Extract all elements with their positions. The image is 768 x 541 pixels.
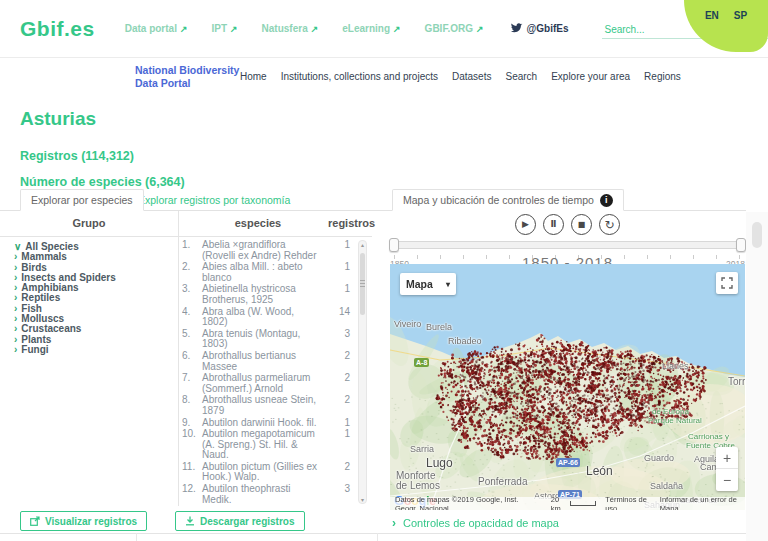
species-name[interactable]: Abra alba (W. Wood, 1802) — [202, 307, 324, 328]
gbif-logo[interactable]: Gbif.es — [20, 17, 95, 41]
scrollbar-thumb[interactable] — [360, 253, 365, 315]
species-row[interactable]: 4. Abra alba (W. Wood, 1802) 14 — [182, 307, 354, 328]
footer-divider — [0, 533, 746, 534]
species-name[interactable]: Abra tenuis (Montagu, 1803) — [202, 329, 324, 350]
header-underline — [0, 236, 372, 237]
gbif-region-page: Gbif.es Data portal↗ IPT↗ Natusfera↗ eLe… — [0, 0, 768, 541]
species-row[interactable]: 6. Abrothallus bertianus Massee 2 — [182, 351, 354, 372]
tab-explore-taxonomy[interactable]: Explorar registros por taxonomía — [128, 189, 300, 211]
species-rank: 4. — [182, 307, 202, 328]
species-rank: 12. — [182, 484, 202, 504]
species-row[interactable]: 3. Abietinella hystricosa Brotherus, 192… — [182, 284, 354, 305]
map-layer-selector[interactable]: Mapa ▾ — [400, 273, 456, 295]
footer-column-line — [136, 533, 137, 541]
terms-link[interactable]: Términos de uso — [605, 495, 651, 511]
species-rank: 7. — [182, 373, 202, 394]
species-name[interactable]: Abutilon darwinii Hook. fil. — [202, 418, 324, 429]
replay-button[interactable]: ↻ — [599, 214, 620, 235]
occurrence-map[interactable]: ViveiroBurelaRibadeoLlanesTorrelaveSarri… — [390, 264, 745, 510]
species-name[interactable]: Abies alba Mill. : abeto blanco — [202, 262, 324, 283]
page-scrollbar[interactable] — [752, 222, 762, 248]
species-list-scrollbar[interactable]: ▴ ▾ — [358, 240, 367, 504]
nav-link[interactable]: Natusfera↗ — [262, 23, 319, 34]
portal-nav-link[interactable]: Search — [505, 71, 537, 82]
species-record-count: 1 — [324, 418, 350, 429]
species-row[interactable]: 12. Abutilon theophrasti Medik. 3 — [182, 484, 354, 504]
zoom-out-button[interactable]: − — [716, 469, 738, 491]
portal-nav-link[interactable]: Regions — [644, 71, 681, 82]
species-row[interactable]: 5. Abra tenuis (Montagu, 1803) 3 — [182, 329, 354, 350]
info-icon[interactable]: i — [600, 194, 613, 207]
species-name[interactable]: Abelia ×grandiflora (Rovelli ex Andre) R… — [202, 240, 324, 261]
species-count: Número de especies (6,364) — [20, 175, 185, 189]
chevron-icon[interactable]: › — [14, 323, 17, 334]
species-name[interactable]: Abutilon megapotamicum (A. Spreng.) St. … — [202, 429, 324, 461]
portal-nav: HomeInstitutions, collections and projec… — [240, 71, 681, 82]
report-error-link[interactable]: Informar de un error de Mapa — [660, 495, 740, 511]
species-name[interactable]: Abrothallus parmeliarum (Sommerf.) Arnol… — [202, 373, 324, 394]
species-name[interactable]: Abutilon theophrasti Medik. — [202, 484, 324, 504]
scroll-down-icon[interactable]: ▾ — [359, 496, 366, 503]
external-link-icon: ↗ — [311, 24, 319, 34]
chevron-icon[interactable]: › — [14, 344, 17, 355]
nav-link[interactable]: Data portal↗ — [125, 23, 188, 34]
zoom-in-button[interactable]: + — [716, 447, 738, 469]
twitter-link[interactable]: @GbifEs — [510, 23, 569, 34]
nav-link-label: GBIF.ORG — [425, 23, 473, 34]
map-canvas[interactable] — [390, 264, 745, 510]
species-name[interactable]: Abutilon pictum (Gillies ex Hook.) Walp. — [202, 462, 324, 483]
taxon-group-tree: ∨All Species ›Mammals ›Birds ›Insects an… — [14, 242, 174, 355]
tab-explore-species[interactable]: Explorar por especies — [20, 189, 144, 211]
species-record-count: 1 — [324, 262, 350, 283]
chevron-icon[interactable]: › — [14, 262, 17, 273]
nav-link[interactable]: eLearning↗ — [342, 23, 400, 34]
page-title: Asturias — [20, 108, 96, 130]
species-name[interactable]: Abrothallus bertianus Massee — [202, 351, 324, 372]
species-rank: 8. — [182, 395, 202, 416]
portal-nav-link[interactable]: Datasets — [452, 71, 491, 82]
species-name[interactable]: Abietinella hystricosa Brotherus, 1925 — [202, 284, 324, 305]
nav-link[interactable]: GBIF.ORG↗ — [425, 23, 484, 34]
species-rank: 1. — [182, 240, 202, 261]
visualize-records-button[interactable]: Visualizar registros — [20, 511, 147, 531]
species-list: 1. Abelia ×grandiflora (Rovelli ex Andre… — [182, 240, 354, 504]
tab-map-time-controls[interactable]: Mapa y ubicación de controles de tiempo … — [392, 189, 624, 211]
species-row[interactable]: 9. Abutilon darwinii Hook. fil. 1 — [182, 418, 354, 429]
time-range-slider[interactable] — [390, 238, 745, 252]
portal-nav-link[interactable]: Institutions, collections and projects — [281, 71, 438, 82]
portal-nav-link[interactable]: Home — [240, 71, 267, 82]
fullscreen-button[interactable] — [716, 272, 738, 294]
species-row[interactable]: 7. Abrothallus parmeliarum (Sommerf.) Ar… — [182, 373, 354, 394]
species-row[interactable]: 8. Abrothallus usneae Stein, 1879 2 — [182, 395, 354, 416]
map-opacity-controls-toggle[interactable]: › Controles de opacidad de mapa — [392, 516, 559, 530]
nav-link[interactable]: IPT↗ — [211, 23, 237, 34]
scroll-up-icon[interactable]: ▴ — [359, 241, 366, 248]
species-row[interactable]: 2. Abies alba Mill. : abeto blanco 1 — [182, 262, 354, 283]
chevron-icon[interactable]: › — [14, 251, 17, 262]
species-rank: 10. — [182, 429, 202, 461]
site-header: Gbif.es Data portal↗ IPT↗ Natusfera↗ eLe… — [0, 0, 768, 58]
download-records-button[interactable]: Descargar registros — [175, 511, 305, 531]
taxon-group-item[interactable]: ›Fungi — [14, 345, 174, 355]
slider-handle-start[interactable] — [389, 238, 399, 252]
species-row[interactable]: 10. Abutilon megapotamicum (A. Spreng.) … — [182, 429, 354, 461]
species-name[interactable]: Abrothallus usneae Stein, 1879 — [202, 395, 324, 416]
language-option[interactable]: EN — [705, 10, 719, 52]
species-row[interactable]: 11. Abutilon pictum (Gillies ex Hook.) W… — [182, 462, 354, 483]
species-record-count: 1 — [324, 284, 350, 305]
fullscreen-icon — [721, 277, 733, 289]
chevron-icon[interactable]: › — [14, 292, 17, 303]
portal-nav-link[interactable]: Explore your area — [551, 71, 630, 82]
external-link-icon: ↗ — [393, 24, 401, 34]
play-button[interactable]: ▶ — [515, 214, 536, 235]
slider-track[interactable] — [390, 241, 745, 249]
map-layer-label: Mapa — [406, 278, 433, 290]
opacity-controls-label: Controles de opacidad de mapa — [403, 517, 559, 529]
pause-button[interactable]: Ⅱ — [543, 214, 564, 235]
species-row[interactable]: 1. Abelia ×grandiflora (Rovelli ex Andre… — [182, 240, 354, 261]
species-rank: 11. — [182, 462, 202, 483]
download-icon — [185, 516, 195, 526]
language-option[interactable]: SP — [734, 10, 747, 52]
slider-handle-end[interactable] — [736, 238, 746, 252]
stop-button[interactable]: ■ — [571, 214, 592, 235]
